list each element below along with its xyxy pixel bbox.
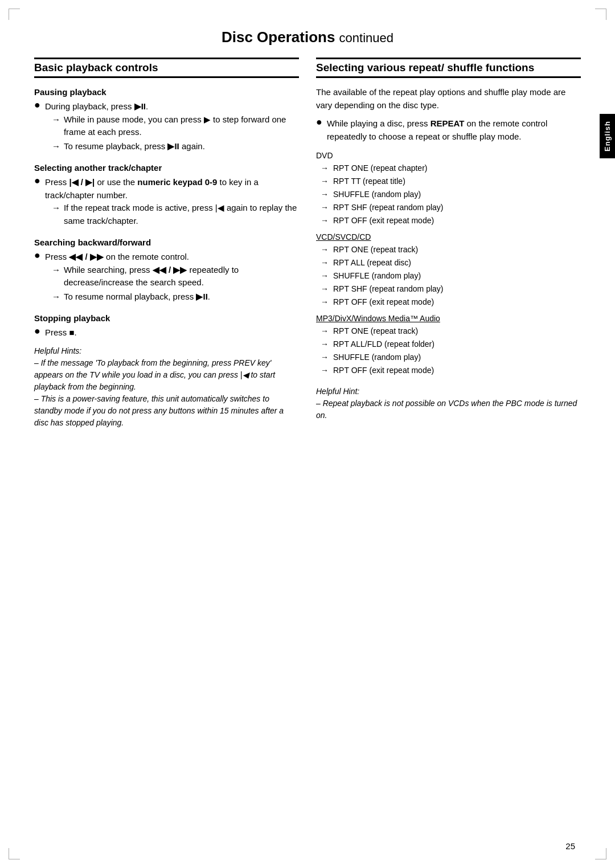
vcd-item-1-text: RPT ONE (repeat track) [333,244,418,256]
vcd-item-2-text: RPT ALL (repeat disc) [333,257,411,269]
dvd-item-5-text: RPT OFF (exit repeat mode) [333,215,434,227]
left-section-title: Basic playback controls [34,58,299,78]
vcd-item-3: →SHUFFLE (random play) [321,270,581,282]
helpful-hints-title: Helpful Hints: [34,346,81,355]
arrow-sym-2: → [52,140,60,153]
bullet-stop: ● Press ■. [34,326,299,339]
vcd-item-4: →RPT SHF (repeat random play) [321,283,581,295]
right-helpful-hint-title: Helpful Hint: [316,387,359,396]
arrow-sym: → [52,113,60,126]
arrow-pause-1: → While in pause mode, you can press ▶ t… [52,113,299,139]
arrow-pause-1-text: While in pause mode, you can press ▶ to … [64,113,299,139]
arrow-search-1-text: While searching, press ◀◀ / ▶▶ repeatedl… [64,264,299,289]
bullet-search-content: Press ◀◀ / ▶▶ on the remote control. → W… [45,251,299,304]
right-helpful-hint-text: – Repeat playback is not possible on VCD… [316,399,577,420]
mp3-item-1-text: RPT ONE (repeat track) [333,325,418,337]
dvd-item-3-text: SHUFFLE (random play) [333,189,421,200]
bullet-track: ● Press |◀ / ▶| or use the numeric keypa… [34,176,299,228]
english-tab: English [600,114,615,158]
vcd-item-2: →RPT ALL (repeat disc) [321,257,581,269]
vcd-item-5: →RPT OFF (exit repeat mode) [321,296,581,308]
mp3-item-2: →RPT ALL/FLD (repeat folder) [321,338,581,350]
right-helpful-hint: Helpful Hint: – Repeat playback is not p… [316,386,581,421]
subsection-pausing: Pausing playback [34,87,299,97]
arrow-search-2: → To resume normal playback, press ▶II. [52,290,299,304]
bullet-track-content: Press |◀ / ▶| or use the numeric keypad … [45,176,299,228]
bullet-dot-4: ● [34,325,40,337]
dvd-item-5: →RPT OFF (exit repeat mode) [321,215,581,227]
bullet-pausing-content: During playback, press ▶II. → While in p… [45,100,299,154]
right-intro: The available of the repeat play options… [316,86,581,112]
bullet-dot-5: ● [316,116,322,128]
arrow-search-2-text: To resume normal playback, press ▶II. [64,290,299,304]
mp3-label: MP3/DivX/Windows Media™ Audio [316,314,581,323]
arrow-pause-2-text: To resume playback, press ▶II again. [64,140,299,153]
left-column: Basic playback controls Pausing playback… [34,58,299,429]
dvd-item-4-text: RPT SHF (repeat random play) [333,202,443,214]
dvd-item-1: →RPT ONE (repeat chapter) [321,162,581,174]
helpful-hint-2: – This is a power-saving feature, this u… [34,394,284,427]
mp3-item-3: →SHUFFLE (random play) [321,351,581,363]
corner-bl [9,848,20,859]
title-continued-text: continued [339,31,393,45]
vcd-item-1: →RPT ONE (repeat track) [321,244,581,256]
bullet-stop-content: Press ■. [45,326,299,339]
bullet-repeat: ● While playing a disc, press REPEAT on … [316,117,581,143]
arrow-track-1: → If the repeat track mode is active, pr… [52,202,299,227]
helpful-hint-1: – If the message 'To playback from the b… [34,358,275,391]
arrow-sym-4: → [52,264,60,277]
vcd-item-5-text: RPT OFF (exit repeat mode) [333,296,434,308]
mp3-item-2-text: RPT ALL/FLD (repeat folder) [333,338,434,350]
corner-tr [595,9,606,20]
subsection-search: Searching backward/forward [34,238,299,247]
helpful-hints: Helpful Hints: – If the message 'To play… [34,345,299,429]
right-section-title: Selecting various repeat/ shuffle functi… [316,58,581,78]
arrow-track-1-text: If the repeat track mode is active, pres… [64,202,299,227]
right-column: Selecting various repeat/ shuffle functi… [316,58,581,429]
dvd-item-3: →SHUFFLE (random play) [321,189,581,200]
vcd-item-4-text: RPT SHF (repeat random play) [333,283,443,295]
bullet-search: ● Press ◀◀ / ▶▶ on the remote control. →… [34,251,299,304]
dvd-label: DVD [316,151,581,160]
mp3-item-4-text: RPT OFF (exit repeat mode) [333,365,434,376]
mp3-item-3-text: SHUFFLE (random play) [333,351,421,363]
columns-layout: Basic playback controls Pausing playback… [34,58,581,429]
arrow-search-1: → While searching, press ◀◀ / ▶▶ repeate… [52,264,299,289]
dvd-item-1-text: RPT ONE (repeat chapter) [333,162,427,174]
arrow-sym-5: → [52,290,60,304]
mp3-item-1: →RPT ONE (repeat track) [321,325,581,337]
page-container: English Disc Operations continued Basic … [0,0,615,868]
dvd-list: →RPT ONE (repeat chapter) →RPT TT (repea… [321,162,581,227]
dvd-item-2: →RPT TT (repeat title) [321,175,581,187]
subsection-track: Selecting another track/chapter [34,163,299,173]
bullet-repeat-content: While playing a disc, press REPEAT on th… [327,117,581,143]
corner-tl [9,9,20,20]
mp3-list: →RPT ONE (repeat track) →RPT ALL/FLD (re… [321,325,581,376]
dvd-item-2-text: RPT TT (repeat title) [333,175,405,187]
bullet-dot-3: ● [34,249,40,261]
dvd-item-4: →RPT SHF (repeat random play) [321,202,581,214]
arrow-sym-3: → [52,202,60,215]
page-title: Disc Operations continued [34,23,581,46]
corner-br [595,848,606,859]
mp3-item-4: →RPT OFF (exit repeat mode) [321,365,581,376]
vcd-item-3-text: SHUFFLE (random play) [333,270,421,282]
vcd-label: VCD/SVCD/CD [316,232,581,241]
bullet-pausing: ● During playback, press ▶II. → While in… [34,100,299,154]
arrow-pause-2: → To resume playback, press ▶II again. [52,140,299,153]
page-number: 25 [565,841,575,851]
vcd-list: →RPT ONE (repeat track) →RPT ALL (repeat… [321,244,581,308]
bullet-dot-2: ● [34,175,40,187]
title-text: Disc Operations [222,28,335,46]
bullet-dot: ● [34,99,40,111]
subsection-stop: Stopping playback [34,313,299,323]
